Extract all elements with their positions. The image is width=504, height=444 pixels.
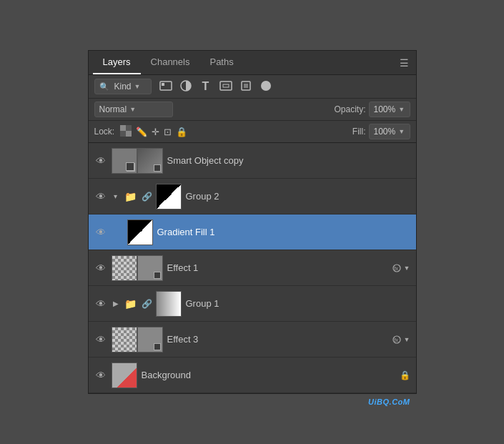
layer-row-background[interactable]: 👁 Background 🔒 xyxy=(89,357,416,393)
blend-mode-label: Normal xyxy=(99,104,127,114)
lock-transparent-icon[interactable] xyxy=(120,125,132,139)
layer-name-gradient-fill-1: Gradient Fill 1 xyxy=(157,227,410,237)
svg-rect-1 xyxy=(162,83,164,86)
tab-paths[interactable]: Paths xyxy=(199,51,243,74)
svg-rect-9 xyxy=(126,131,132,137)
tab-channels[interactable]: Channels xyxy=(141,51,200,74)
visibility-icon-gradient-fill-1[interactable]: 👁 xyxy=(94,227,107,238)
layer-row-group-1[interactable]: 👁 ▶ 📁 🔗 Group 1 xyxy=(89,286,416,322)
fill-label: Fill: xyxy=(352,127,366,137)
kind-label: Kind xyxy=(114,82,131,92)
layers-panel: Layers Channels Paths ☰ 🔍 Kind ▼ T xyxy=(88,50,417,394)
svg-rect-3 xyxy=(220,82,232,90)
fx-chevron-effect-1[interactable]: ▼ xyxy=(404,265,410,272)
svg-rect-4 xyxy=(223,84,229,87)
kind-select[interactable]: 🔍 Kind ▼ xyxy=(94,79,152,94)
lock-artboard-icon[interactable]: ⊡ xyxy=(164,127,172,137)
layer-row-effect-1[interactable]: 👁 Effect 1 fx ▼ xyxy=(89,250,416,286)
fill-input[interactable]: 100% ▼ xyxy=(369,124,410,139)
visibility-icon-smart-object-copy[interactable]: 👁 xyxy=(94,155,107,167)
blend-chevron: ▼ xyxy=(129,106,136,113)
lock-position-icon[interactable]: ✛ xyxy=(152,127,159,137)
pixel-filter-icon[interactable] xyxy=(159,80,173,94)
visibility-icon-group-1[interactable]: 👁 xyxy=(94,298,107,310)
layer-name-group-1: Group 1 xyxy=(186,298,410,309)
shape-filter-icon[interactable] xyxy=(219,80,233,94)
lock-badge-background: 🔒 xyxy=(400,370,410,380)
chain-icon-group-1: 🔗 xyxy=(142,299,152,309)
smartobj-filter-icon[interactable] xyxy=(239,80,253,94)
layer-thumb-group-1 xyxy=(156,291,182,317)
lock-toolbar: Lock: ✏️ ✛ ⊡ 🔒 Fill: 100% xyxy=(89,121,416,143)
tab-bar: Layers Channels Paths ☰ xyxy=(89,51,416,75)
layer-thumb-group-2 xyxy=(156,184,182,209)
svg-rect-10 xyxy=(126,125,132,131)
blend-mode-select[interactable]: Normal ▼ xyxy=(94,102,173,117)
fill-value-text: 100% xyxy=(374,127,396,137)
folder-icon-group-2: 📁 xyxy=(124,191,137,202)
kind-chevron: ▼ xyxy=(134,83,147,90)
tab-layers[interactable]: Layers xyxy=(93,51,141,74)
blendmode-toolbar: Normal ▼ Opacity: 100% ▼ xyxy=(89,99,416,121)
fill-chevron: ▼ xyxy=(398,128,405,135)
filter-icons: T xyxy=(159,80,273,94)
layer-name-background: Background xyxy=(142,370,395,380)
fx-badge-effect-3: fx ▼ xyxy=(391,335,410,344)
type-filter-icon[interactable]: T xyxy=(199,80,213,93)
fx-chevron-effect-3[interactable]: ▼ xyxy=(404,336,410,343)
panel-menu-icon[interactable]: ☰ xyxy=(397,53,412,73)
layer-name-smart-object-copy: Smart Object copy xyxy=(167,155,410,166)
lock-label: Lock: xyxy=(94,127,115,137)
lock-all-icon[interactable]: 🔒 xyxy=(176,127,187,137)
visibility-icon-group-2[interactable]: 👁 xyxy=(94,191,107,202)
layer-name-effect-1: Effect 1 xyxy=(167,262,387,273)
svg-text:fx: fx xyxy=(394,337,398,342)
opacity-group: Opacity: 100% ▼ xyxy=(334,102,410,117)
layer-thumb-effect-1 xyxy=(112,255,137,281)
lock-image-icon[interactable]: ✏️ xyxy=(136,127,147,137)
visibility-icon-effect-3[interactable]: 👁 xyxy=(94,334,107,345)
folder-icon-group-1: 📁 xyxy=(124,298,137,310)
opacity-input[interactable]: 100% ▼ xyxy=(369,102,410,117)
layer-thumb-background xyxy=(112,362,137,388)
svg-rect-8 xyxy=(120,125,126,131)
layer-row-group-2[interactable]: 👁 ▾ 📁 🔗 Group 2 xyxy=(89,179,416,214)
adjustment-filter-icon[interactable] xyxy=(179,80,193,94)
chain-icon-group-2: 🔗 xyxy=(142,192,152,202)
fx-badge-effect-1: fx ▼ xyxy=(391,264,410,272)
layers-list: 👁 Smart Object copy 👁 ▾ 📁 🔗 Group 2 xyxy=(89,143,416,393)
layer-name-effect-3: Effect 3 xyxy=(167,334,387,345)
lock-icons: ✏️ ✛ ⊡ 🔒 xyxy=(120,125,187,139)
layer-thumb-gradient-fill-1 xyxy=(127,219,153,245)
svg-rect-11 xyxy=(120,131,126,137)
watermark: UiBQ.CoM xyxy=(368,398,410,406)
fill-group: Fill: 100% ▼ xyxy=(352,124,410,139)
layer-thumb-smart-object-copy xyxy=(112,148,137,174)
expand-icon-group-1[interactable]: ▶ xyxy=(112,300,120,307)
layer-row-gradient-fill-1[interactable]: 👁 Gradient Fill 1 xyxy=(89,214,416,250)
svg-rect-6 xyxy=(244,84,248,88)
svg-point-7 xyxy=(261,81,271,91)
filter-toolbar: 🔍 Kind ▼ T xyxy=(89,75,416,99)
layer-thumb-effect-3 xyxy=(112,327,137,352)
opacity-value-text: 100% xyxy=(374,104,396,114)
layer-row-effect-3[interactable]: 👁 Effect 3 fx ▼ xyxy=(89,322,416,357)
opacity-label: Opacity: xyxy=(334,104,365,114)
visibility-icon-effect-1[interactable]: 👁 xyxy=(94,262,107,274)
expand-icon-group-2[interactable]: ▾ xyxy=(112,192,120,200)
layer-row-smart-object-copy[interactable]: 👁 Smart Object copy xyxy=(89,143,416,179)
layer-name-group-2: Group 2 xyxy=(186,191,410,202)
color-filter-icon[interactable] xyxy=(259,80,273,94)
visibility-icon-background[interactable]: 👁 xyxy=(94,370,107,381)
opacity-chevron: ▼ xyxy=(398,106,405,113)
svg-text:fx: fx xyxy=(394,266,398,271)
